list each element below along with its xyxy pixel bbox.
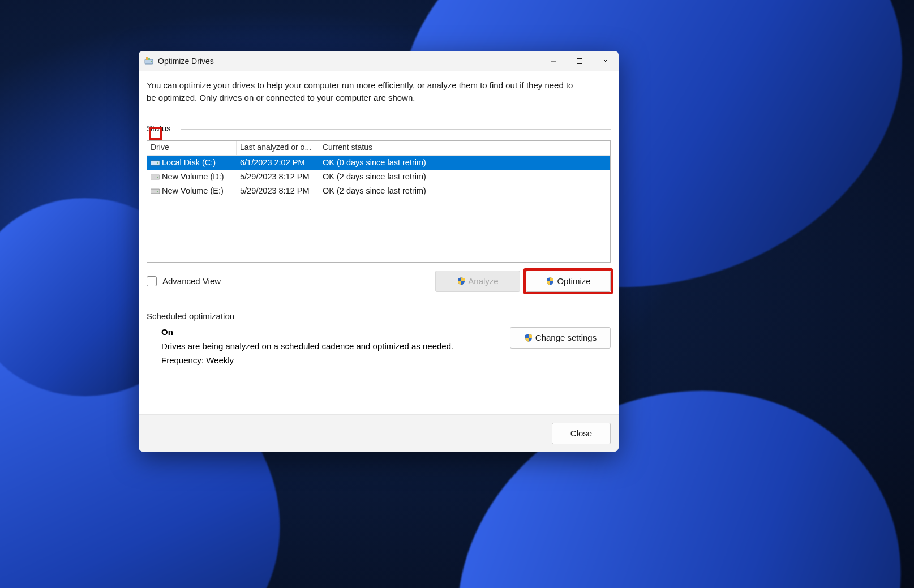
- col-status[interactable]: Current status: [319, 141, 483, 155]
- advanced-view-checkbox[interactable]: [147, 276, 157, 286]
- group-divider: [248, 317, 611, 317]
- svg-point-3: [151, 61, 152, 62]
- minimize-button[interactable]: [540, 51, 567, 71]
- uac-shield-icon: [546, 277, 555, 286]
- uac-shield-icon: [457, 277, 466, 286]
- maximize-button[interactable]: [567, 51, 593, 71]
- window-controls: [540, 51, 619, 71]
- optimize-button-label: Optimize: [557, 276, 590, 286]
- drive-list[interactable]: Drive Last analyzed or o... Current stat…: [147, 140, 611, 263]
- svg-point-11: [157, 177, 158, 178]
- bottom-bar: Close: [139, 414, 619, 452]
- drive-icon: [151, 173, 160, 180]
- schedule-state: On: [161, 327, 510, 337]
- scheduled-group-label: Scheduled optimization: [147, 311, 238, 321]
- description-text: You can optimize your drives to help you…: [147, 79, 577, 104]
- drive-row[interactable]: Local Disk (C:)6/1/2023 2:02 PMOK (0 day…: [147, 156, 610, 170]
- optimize-button[interactable]: Optimize: [526, 271, 611, 292]
- svg-point-9: [157, 162, 158, 164]
- svg-point-13: [157, 191, 158, 192]
- drive-last: 5/29/2023 8:12 PM: [240, 186, 310, 195]
- drive-row[interactable]: New Volume (D:)5/29/2023 8:12 PMOK (2 da…: [147, 170, 610, 184]
- svg-rect-2: [148, 58, 150, 60]
- drive-name: New Volume (E:): [162, 186, 224, 195]
- change-settings-label: Change settings: [535, 333, 597, 342]
- drive-last: 6/1/2023 2:02 PM: [240, 158, 304, 167]
- highlight-marker-icon: [149, 127, 162, 140]
- drive-icon: [151, 159, 160, 166]
- drive-icon: [151, 187, 160, 194]
- group-divider: [181, 129, 611, 130]
- svg-rect-5: [577, 58, 582, 63]
- analyze-button-label: Analyze: [468, 276, 498, 286]
- window-title: Optimize Drives: [158, 57, 214, 66]
- titlebar[interactable]: Optimize Drives: [139, 51, 619, 71]
- drive-status: OK (2 days since last retrim): [323, 172, 426, 181]
- close-button-label: Close: [570, 428, 592, 438]
- status-group: Status Drive Last analyzed or o... Curre…: [147, 123, 611, 292]
- col-spacer: [483, 141, 610, 155]
- analyze-button[interactable]: Analyze: [435, 271, 520, 292]
- svg-rect-1: [146, 57, 148, 60]
- optimize-drives-window: Optimize Drives You can optimize your dr…: [139, 51, 619, 452]
- drive-row[interactable]: New Volume (E:)5/29/2023 8:12 PMOK (2 da…: [147, 184, 610, 198]
- schedule-description: Drives are being analyzed on a scheduled…: [161, 341, 510, 351]
- scheduled-group: Scheduled optimization On Drives are bei…: [147, 311, 611, 365]
- list-header[interactable]: Drive Last analyzed or o... Current stat…: [147, 141, 610, 156]
- uac-shield-icon: [524, 333, 533, 342]
- drive-status: OK (2 days since last retrim): [323, 186, 426, 195]
- close-button[interactable]: [593, 51, 619, 71]
- drive-name: Local Disk (C:): [162, 158, 216, 167]
- app-icon: [144, 57, 153, 66]
- col-last[interactable]: Last analyzed or o...: [237, 141, 319, 155]
- close-dialog-button[interactable]: Close: [552, 423, 611, 444]
- change-settings-button[interactable]: Change settings: [510, 327, 611, 349]
- drive-status: OK (0 days since last retrim): [323, 158, 426, 167]
- drive-last: 5/29/2023 8:12 PM: [240, 172, 310, 181]
- advanced-view-label[interactable]: Advanced View: [162, 276, 221, 286]
- schedule-frequency: Frequency: Weekly: [161, 355, 510, 365]
- col-drive[interactable]: Drive: [147, 141, 237, 155]
- drive-name: New Volume (D:): [162, 172, 224, 181]
